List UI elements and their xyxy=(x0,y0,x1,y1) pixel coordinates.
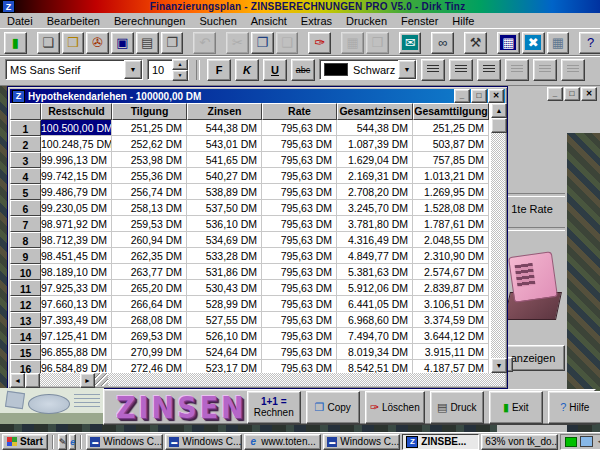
loeschen-button[interactable]: ✑Löschen xyxy=(365,391,425,424)
table-cell[interactable]: 533,28 DM xyxy=(187,248,262,264)
menu-item-extras[interactable]: Extras xyxy=(294,14,339,28)
close-table-button[interactable]: ✖ xyxy=(522,32,545,54)
table-cell[interactable]: 2.169,31 DM xyxy=(337,168,413,184)
row-number[interactable]: 16 xyxy=(10,360,41,373)
table-cell[interactable]: 526,10 DM xyxy=(187,328,262,344)
table-cell[interactable]: 795,63 DM xyxy=(262,136,337,152)
task-button[interactable]: 63% von tk_do... xyxy=(481,434,558,450)
maximize-icon[interactable]: □ xyxy=(471,89,487,103)
menu-item-datei[interactable]: Datei xyxy=(0,14,40,28)
table-cell[interactable]: 795,63 DM xyxy=(262,232,337,248)
table-cell[interactable]: 757,85 DM xyxy=(413,152,489,168)
table-cell[interactable]: 253,98 DM xyxy=(112,152,187,168)
calculator-button[interactable]: ▦ xyxy=(497,32,520,54)
table-cell[interactable]: 6.441,05 DM xyxy=(337,296,413,312)
menu-item-suchen[interactable]: Suchen xyxy=(192,14,243,28)
table-cell[interactable]: 251,25 DM xyxy=(413,120,489,136)
table-cell[interactable]: 795,63 DM xyxy=(262,168,337,184)
table-cell[interactable]: 503,87 DM xyxy=(413,136,489,152)
table-cell[interactable]: 4.187,57 DM xyxy=(413,360,489,373)
table-cell[interactable]: 263,77 DM xyxy=(112,264,187,280)
row-number[interactable]: 2 xyxy=(10,136,41,152)
table-cell[interactable]: 528,99 DM xyxy=(187,296,262,312)
app-titlebar[interactable]: Z Finanzierungsplan - ZINSBERECHNUNGEN P… xyxy=(0,0,600,13)
list-button[interactable] xyxy=(561,59,585,81)
table-cell[interactable]: 2.048,55 DM xyxy=(413,232,489,248)
underline-button[interactable]: U xyxy=(263,59,287,81)
grid-button[interactable]: ▦ xyxy=(547,32,570,54)
table-cell[interactable]: 6.968,60 DM xyxy=(337,312,413,328)
scroll-left-icon[interactable]: ◄ xyxy=(10,373,25,388)
italic-button[interactable]: K xyxy=(235,59,259,81)
align-center-button[interactable] xyxy=(449,59,473,81)
table-cell[interactable]: 795,63 DM xyxy=(262,216,337,232)
save-button[interactable]: ▣ xyxy=(111,32,134,54)
table-cell[interactable]: 1.629,04 DM xyxy=(337,152,413,168)
table-cell[interactable]: 795,63 DM xyxy=(262,248,337,264)
table-cell[interactable]: 523,17 DM xyxy=(187,360,262,373)
scrollbar-thumb[interactable] xyxy=(491,118,507,133)
table-cell[interactable]: 2.839,87 DM xyxy=(413,280,489,296)
display-icon[interactable] xyxy=(580,436,593,447)
table-cell[interactable]: 270,99 DM xyxy=(112,344,187,360)
table-cell[interactable]: 2.574,67 DM xyxy=(413,264,489,280)
table-cell[interactable]: 795,63 DM xyxy=(262,280,337,296)
table-cell[interactable]: 795,63 DM xyxy=(262,120,337,136)
spin-down-icon[interactable]: ▼ xyxy=(172,70,188,81)
column-header-tilgung[interactable]: Tilgung xyxy=(112,103,187,120)
table-cell[interactable]: 99.486,79 DM xyxy=(41,184,112,200)
table-cell[interactable]: 3.915,11 DM xyxy=(413,344,489,360)
align-left-button[interactable] xyxy=(421,59,445,81)
table-cell[interactable]: 531,86 DM xyxy=(187,264,262,280)
chevron-down-icon[interactable]: ▼ xyxy=(124,60,142,79)
document-titlebar[interactable]: Z Hypothekendarlehen - 100000,00 DM _ □ … xyxy=(10,89,505,103)
table-cell[interactable]: 256,74 DM xyxy=(112,184,187,200)
table-cell[interactable]: 4.316,49 DM xyxy=(337,232,413,248)
table-cell[interactable]: 795,63 DM xyxy=(262,184,337,200)
table-cell[interactable]: 3.644,12 DM xyxy=(413,328,489,344)
table-cell[interactable]: 543,01 DM xyxy=(187,136,262,152)
new-document-button[interactable]: ❏ xyxy=(37,32,60,54)
table-cell[interactable]: 795,63 DM xyxy=(262,328,337,344)
table-cell[interactable]: 251,25 DM xyxy=(112,120,187,136)
table-cell[interactable]: 795,63 DM xyxy=(262,344,337,360)
table-cell[interactable]: 3.106,51 DM xyxy=(413,296,489,312)
table-cell[interactable]: 96.855,88 DM xyxy=(41,344,112,360)
bold-button[interactable]: F xyxy=(207,59,231,81)
print-button[interactable]: ▤ xyxy=(136,32,159,54)
align-right-button[interactable] xyxy=(477,59,501,81)
menu-item-ansicht[interactable]: Ansicht xyxy=(244,14,294,28)
exit-button[interactable]: ▮Exit xyxy=(489,391,543,424)
spin-up-icon[interactable]: ▲ xyxy=(172,59,188,70)
table-cell[interactable]: 2.310,90 DM xyxy=(413,248,489,264)
table-cell[interactable]: 544,38 DM xyxy=(187,120,262,136)
table-cell[interactable]: 268,08 DM xyxy=(112,312,187,328)
row-number[interactable]: 9 xyxy=(10,248,41,264)
table-cell[interactable]: 98.451,45 DM xyxy=(41,248,112,264)
close-icon[interactable]: ✕ xyxy=(581,87,597,101)
table-cell[interactable]: 3.781,80 DM xyxy=(337,216,413,232)
quicklaunch-notes-icon[interactable]: ✎ xyxy=(58,434,68,450)
row-number[interactable]: 5 xyxy=(10,184,41,200)
table-cell[interactable]: 255,36 DM xyxy=(112,168,187,184)
table-cell[interactable]: 5.381,63 DM xyxy=(337,264,413,280)
close-icon[interactable]: ✕ xyxy=(488,89,504,103)
row-number[interactable]: 6 xyxy=(10,200,41,216)
table-cell[interactable]: 265,20 DM xyxy=(112,280,187,296)
row-number[interactable]: 8 xyxy=(10,232,41,248)
table-cell[interactable]: 530,43 DM xyxy=(187,280,262,296)
table-cell[interactable]: 8.542,51 DM xyxy=(337,360,413,373)
table-cell[interactable]: 252,62 DM xyxy=(112,136,187,152)
table-cell[interactable]: 96.584,89 DM xyxy=(41,360,112,373)
minimize-icon[interactable]: _ xyxy=(454,89,470,103)
table-cell[interactable]: 3.374,59 DM xyxy=(413,312,489,328)
task-button[interactable]: ▬Windows C... xyxy=(86,434,163,450)
row-number[interactable]: 3 xyxy=(10,152,41,168)
table-cell[interactable]: 795,63 DM xyxy=(262,264,337,280)
menu-item-fenster[interactable]: Fenster xyxy=(394,14,445,28)
status-indicator-icon[interactable] xyxy=(565,437,577,447)
table-cell[interactable]: 269,53 DM xyxy=(112,328,187,344)
print-preview-button[interactable]: ❐ xyxy=(161,32,184,54)
task-button[interactable]: ZZINSBE... xyxy=(402,434,479,450)
row-number[interactable]: 10 xyxy=(10,264,41,280)
